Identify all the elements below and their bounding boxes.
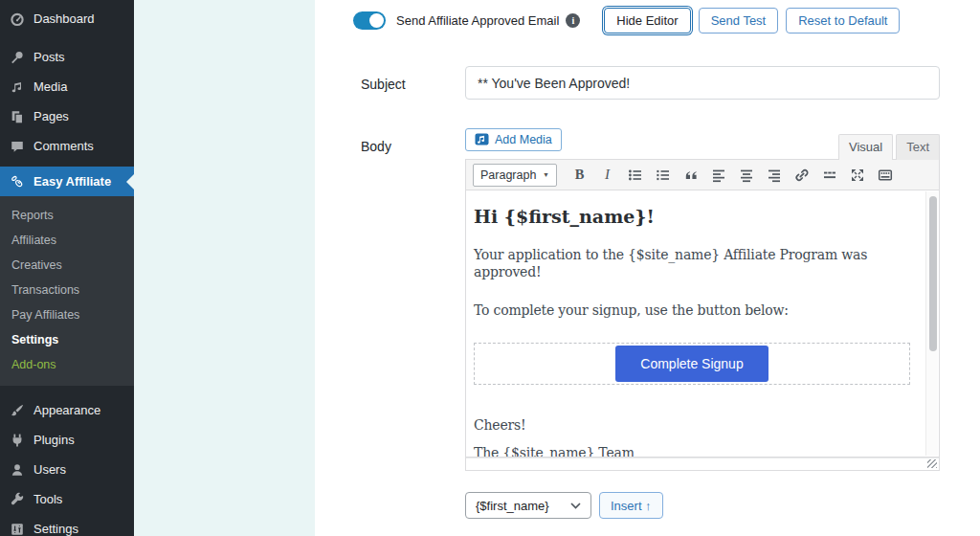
link-button[interactable] (789, 163, 814, 188)
blockquote-icon (682, 167, 700, 184)
tab-visual[interactable]: Visual (838, 134, 893, 160)
hide-editor-button[interactable]: Hide Editor (604, 8, 690, 34)
email-paragraph: Your application to the {$site_name} Aff… (474, 246, 912, 280)
caret-down-icon: ▼ (543, 171, 549, 178)
sidebar-item-users[interactable]: Users (0, 455, 134, 484)
align-left-button[interactable] (705, 163, 731, 188)
sidebar-item-settings[interactable]: Settings (0, 514, 134, 536)
more-tag-icon (821, 167, 838, 184)
sidebar-item-media[interactable]: Media (0, 72, 134, 101)
email-heading: Hi {$first_name}! (474, 206, 912, 227)
body-label: Body (361, 139, 391, 154)
bold-icon: B (575, 167, 585, 183)
variable-select-value: {$first_name} (476, 499, 549, 513)
insert-button[interactable]: Insert ↑ (599, 492, 663, 519)
resize-grip[interactable] (927, 459, 937, 468)
editor-scrollbar[interactable] (925, 191, 938, 456)
plug-icon (10, 433, 25, 448)
email-paragraph: The {$site_name} Team (474, 444, 912, 458)
align-left-icon (710, 167, 727, 184)
editor-mode-tabs: Visual Text (838, 134, 940, 160)
sidebar-item-posts[interactable]: Posts (0, 42, 134, 72)
current-menu-arrow (126, 174, 134, 190)
submenu-item-reports[interactable]: Reports (0, 203, 134, 228)
fullscreen-button[interactable] (844, 163, 870, 188)
send-email-toggle[interactable] (353, 11, 386, 30)
align-right-button[interactable] (761, 163, 787, 188)
submenu-item-settings[interactable]: Settings (0, 327, 134, 352)
align-center-button[interactable] (733, 163, 759, 188)
editor-statusbar (465, 458, 940, 471)
bulleted-list-icon (627, 167, 644, 184)
reset-to-default-button[interactable]: Reset to Default (786, 8, 900, 34)
user-icon (10, 462, 25, 478)
info-icon[interactable]: i (566, 13, 580, 28)
italic-icon: I (605, 167, 610, 183)
editor-toolbar: Paragraph ▼ B I (465, 159, 940, 190)
pages-icon (10, 109, 25, 124)
fullscreen-icon (849, 167, 866, 184)
sidebar-item-pages[interactable]: Pages (0, 101, 134, 131)
media-icon (10, 79, 25, 95)
sidebar-item-label: Dashboard (33, 11, 95, 26)
variable-inserter-row: {$first_name} Insert ↑ (465, 492, 663, 519)
subject-input[interactable] (465, 66, 940, 100)
pin-icon (10, 50, 25, 65)
email-paragraph: Cheers! (474, 416, 912, 434)
submenu-item-transactions[interactable]: Transactions (0, 278, 134, 302)
tab-text[interactable]: Text (896, 134, 940, 160)
blockquote-button[interactable] (678, 163, 703, 188)
scrollbar-thumb[interactable] (929, 196, 937, 351)
toolbar-toggle-button[interactable] (872, 163, 898, 188)
bulleted-list-button[interactable] (622, 163, 648, 188)
editor-media-bar: Add Media Visual Text (465, 128, 940, 159)
paragraph-format-select[interactable]: Paragraph ▼ (473, 164, 557, 187)
admin-sidebar: Dashboard Posts Media Pages Comments Eas… (0, 0, 134, 536)
align-right-icon (766, 167, 783, 184)
sidebar-item-plugins[interactable]: Plugins (0, 425, 134, 455)
more-tag-button[interactable] (816, 163, 842, 188)
sidebar-item-label: Pages (33, 109, 69, 123)
comment-icon (10, 139, 25, 154)
submenu-item-affiliates[interactable]: Affiliates (0, 228, 134, 253)
format-select-value: Paragraph (480, 168, 536, 182)
variable-select[interactable]: {$first_name} (465, 492, 591, 519)
toggle-knob (369, 13, 384, 28)
add-media-label: Add Media (495, 133, 552, 146)
italic-button[interactable]: I (594, 163, 620, 188)
submenu-item-pay-affiliates[interactable]: Pay Affiliates (0, 302, 134, 327)
submenu-item-creatives[interactable]: Creatives (0, 253, 134, 278)
sidebar-item-label: Tools (33, 492, 62, 506)
sidebar-item-appearance[interactable]: Appearance (0, 395, 134, 425)
email-toggle-row: Send Affiliate Approved Email i Hide Edi… (353, 8, 900, 33)
numbered-list-icon (655, 167, 672, 184)
sidebar-item-label: Comments (33, 139, 94, 153)
sidebar-item-label: Users (33, 462, 66, 477)
complete-signup-button[interactable]: Complete Signup (615, 346, 768, 382)
numbered-list-button[interactable] (650, 163, 676, 188)
sidebar-item-label: Plugins (33, 433, 75, 447)
email-content-area[interactable]: Hi {$first_name}! Your application to th… (465, 190, 940, 458)
sidebar-item-easy-affiliate[interactable]: Easy Affiliate (0, 167, 134, 196)
brush-icon (10, 403, 25, 418)
header-buttons: Hide Editor Send Test Reset to Default (604, 8, 900, 34)
dashboard-icon (10, 11, 25, 27)
sidebar-item-comments[interactable]: Comments (0, 131, 134, 161)
subject-label: Subject (361, 77, 406, 92)
toggle-label: Send Affiliate Approved Email (396, 13, 559, 28)
send-test-button[interactable]: Send Test (699, 8, 779, 34)
link-icon (793, 167, 811, 184)
sidebar-item-dashboard[interactable]: Dashboard (0, 4, 134, 34)
email-body-editor: Add Media Visual Text Paragraph ▼ B I (465, 128, 940, 471)
sidebar-item-label: Settings (33, 522, 78, 536)
submenu-item-add-ons[interactable]: Add-ons (0, 352, 134, 377)
add-media-button[interactable]: Add Media (465, 128, 562, 151)
sidebar-item-tools[interactable]: Tools (0, 484, 134, 514)
button-placeholder-cell: Complete Signup (474, 343, 910, 385)
settings-panel: Send Affiliate Approved Email i Hide Edi… (315, 0, 980, 536)
bold-button[interactable]: B (567, 163, 592, 188)
sidebar-item-label: Appearance (33, 403, 100, 417)
align-center-icon (738, 167, 755, 184)
media-icon (475, 132, 489, 146)
email-paragraph: To complete your signup, use the button … (474, 302, 912, 319)
